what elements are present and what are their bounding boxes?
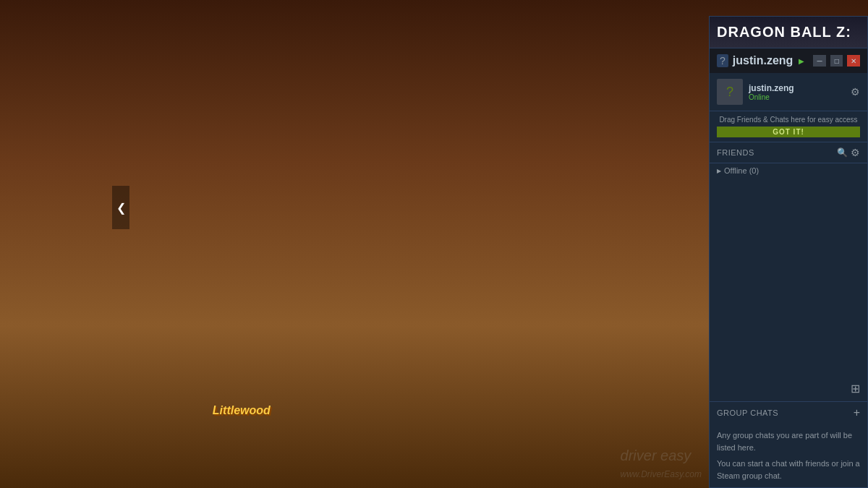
friends-panel: DRAGON BALL Z: ? justin.zeng ▶ ─ □ ✕ ? j… xyxy=(709,81,868,488)
group-chats-body: Any group chats you are part of will be … xyxy=(710,424,867,487)
user-status: Online xyxy=(749,93,845,101)
group-chats-section: GROUP CHATS + Any group chats you are pa… xyxy=(710,401,867,487)
windows-icon-area: ⊞ xyxy=(710,376,867,401)
user-info: justin.zeng Online xyxy=(749,83,845,101)
offline-label: Offline (0) xyxy=(724,166,759,175)
group-chats-info-1: Any group chats you are part of will be … xyxy=(717,429,860,453)
add-friend-icon[interactable]: ⚙ xyxy=(851,147,860,158)
windows-icon: ⊞ xyxy=(851,382,860,395)
group-chats-add-button[interactable]: + xyxy=(854,406,860,419)
littlewood-title-art: Littlewood xyxy=(213,404,271,420)
offline-section[interactable]: ▶ Offline (0) xyxy=(710,163,867,178)
friends-spacer xyxy=(710,178,867,376)
banner-prev-button[interactable]: ❮ xyxy=(112,186,129,229)
friends-list-header: FRIENDS 🔍 ⚙ xyxy=(710,142,867,163)
main-layout: STEAM GIFT CARDS Now Available on Steam … xyxy=(0,81,868,488)
friends-drag-area: Drag Friends & Chats here for easy acces… xyxy=(710,111,867,142)
search-friends-icon[interactable]: 🔍 xyxy=(837,147,848,158)
settings-icon[interactable]: ⚙ xyxy=(851,86,860,98)
friends-list-title: FRIENDS xyxy=(717,148,834,157)
group-chats-title: GROUP CHATS xyxy=(717,408,854,417)
collapse-icon: ▶ xyxy=(717,168,721,174)
group-chats-header: GROUP CHATS + xyxy=(710,402,867,424)
user-display-name: justin.zeng xyxy=(749,83,845,93)
user-avatar: ? xyxy=(717,81,743,105)
drag-text: Drag Friends & Chats here for easy acces… xyxy=(717,116,860,124)
user-row: ? justin.zeng Online ⚙ xyxy=(710,81,867,111)
got-it-button[interactable]: GOT IT! xyxy=(717,127,860,137)
group-chats-info-2: You can start a chat with friends or joi… xyxy=(717,458,860,481)
